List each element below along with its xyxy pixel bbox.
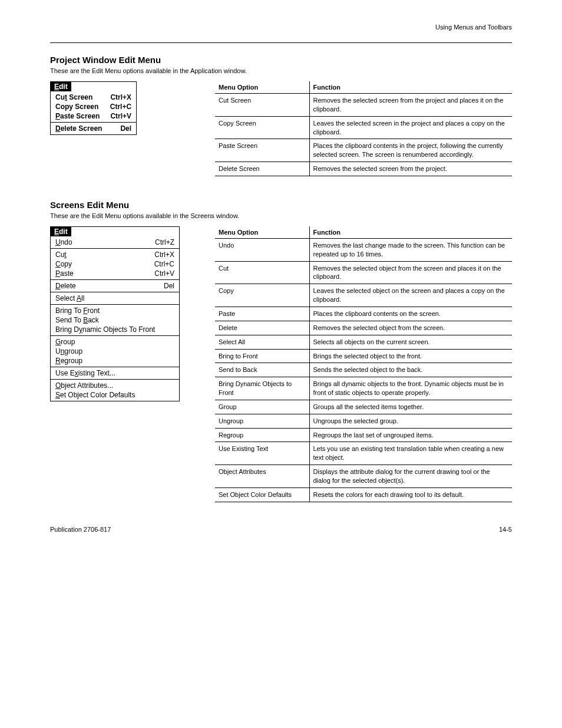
menu-item-label: Regroup [55, 356, 93, 365]
cell-option: Copy [215, 284, 309, 307]
table-row: Use Existing TextLets you use an existin… [215, 442, 512, 465]
menu-item-label: Use Existing Text... [55, 368, 126, 378]
menu-item-shortcut: Del [120, 124, 131, 133]
menu-item-label: Object Attributes... [55, 381, 124, 390]
table-row: CopyLeaves the selected object on the sc… [215, 284, 512, 307]
menu-item-shortcut: Ctrl+V [154, 269, 174, 278]
menu-item-label: Delete [55, 281, 87, 291]
table-row: Cut ScreenRemoves the selected screen fr… [215, 94, 512, 117]
menu-item[interactable]: Cut ScreenCtrl+X [51, 93, 136, 102]
table-row: RegroupRegroups the last set of ungroupe… [215, 428, 512, 442]
cell-function: Removes the selected screen from the pro… [309, 94, 512, 117]
cell-function: Leaves the selected screen in the projec… [309, 116, 512, 139]
menu-item[interactable]: Regroup [51, 356, 179, 365]
cell-function: Brings the selected object to the front. [309, 349, 512, 363]
menu-item[interactable]: UndoCtrl+Z [51, 238, 179, 247]
cell-function: Removes the selected object from the scr… [309, 261, 512, 284]
menu-item[interactable]: Send To Back [51, 315, 179, 325]
footer-right: 14-5 [499, 526, 512, 533]
menu-item-label: Bring To Front [55, 306, 110, 315]
menu-item[interactable]: Bring To Front [51, 306, 179, 315]
menu-separator [51, 122, 136, 123]
menu-separator [51, 292, 179, 292]
menu-separator [51, 367, 179, 367]
cell-function: Places the clipboard contents on the scr… [309, 307, 512, 321]
menu-item-shortcut: Ctrl+V [110, 111, 131, 121]
cell-option: Delete Screen [215, 162, 309, 176]
menu-separator [51, 379, 179, 380]
table-row: Bring to FrontBrings the selected object… [215, 349, 512, 363]
menu-item-shortcut: Del [164, 281, 174, 291]
cell-option: Send to Back [215, 363, 309, 377]
cell-option: Set Object Color Defaults [215, 487, 309, 502]
menu-separator [51, 279, 179, 280]
menu-item[interactable]: Delete ScreenDel [51, 124, 136, 133]
menu-item[interactable]: Object Attributes... [51, 381, 179, 390]
menu-item-label: Group [55, 337, 85, 347]
cell-function: Places the clipboard contents in the pro… [309, 139, 512, 162]
section1-title: Project Window Edit Menu [50, 55, 512, 65]
menu-item-shortcut: Ctrl+C [154, 259, 174, 269]
menu-item[interactable]: Use Existing Text... [51, 368, 179, 378]
table-row: Bring Dynamic Objects to FrontBrings all… [215, 377, 512, 400]
header-rule [50, 42, 512, 43]
menu-item[interactable]: CutCtrl+X [51, 250, 179, 259]
menu-item[interactable]: PasteCtrl+V [51, 269, 179, 278]
section2-title: Screens Edit Menu [50, 200, 512, 210]
col-menu-option: Menu Option [215, 226, 309, 239]
menu-item[interactable]: Paste ScreenCtrl+V [51, 111, 136, 121]
cell-option: Ungroup [215, 414, 309, 428]
cell-option: Paste Screen [215, 139, 309, 162]
cell-function: Lets you use an existing text translatio… [309, 442, 512, 465]
col-function: Function [309, 226, 512, 239]
cell-function: Removes the selected object from the scr… [309, 321, 512, 335]
cell-option: Copy Screen [215, 116, 309, 139]
cell-function: Displays the attribute dialog for the cu… [309, 465, 512, 488]
menu-separator [51, 248, 179, 249]
table-row: UngroupUngroups the selected group. [215, 414, 512, 428]
cell-function: Removes the selected screen from the pro… [309, 162, 512, 176]
cell-function: Sends the selected object to the back. [309, 363, 512, 377]
menu-item-shortcut: Ctrl+C [110, 102, 131, 111]
section2-subtitle: These are the Edit Menu options availabl… [50, 212, 512, 219]
menu-item-label: Copy [55, 259, 82, 269]
table-row: Copy ScreenLeaves the selected screen in… [215, 116, 512, 139]
section2-table: Menu Option Function UndoRemoves the las… [215, 226, 512, 502]
table-row: CutRemoves the selected object from the … [215, 261, 512, 284]
header-right: Using Menus and Toolbars [435, 24, 512, 31]
menu-separator [51, 304, 179, 305]
col-function: Function [309, 81, 512, 94]
menu-item[interactable]: DeleteDel [51, 281, 179, 291]
menu-item-label: Cut Screen [55, 93, 103, 102]
table-row: UndoRemoves the last change made to the … [215, 238, 512, 261]
table-row: DeleteRemoves the selected object from t… [215, 321, 512, 335]
table-row: Paste ScreenPlaces the clipboard content… [215, 139, 512, 162]
menu-item[interactable]: Set Object Color Defaults [51, 390, 179, 400]
cell-option: Delete [215, 321, 309, 335]
menu-title: Edit [51, 82, 71, 91]
cell-function: Leaves the selected object on the screen… [309, 284, 512, 307]
cell-option: Use Existing Text [215, 442, 309, 465]
cell-function: Regroups the last set of ungrouped items… [309, 428, 512, 442]
menu-item[interactable]: CopyCtrl+C [51, 259, 179, 269]
menu-item[interactable]: Select All [51, 294, 179, 303]
menu-separator [51, 335, 179, 336]
menu-item[interactable]: Copy ScreenCtrl+C [51, 102, 136, 111]
footer-left: Publication 2706-817 [50, 526, 111, 533]
menu-item[interactable]: Ungroup [51, 347, 179, 356]
menu-item-label: Select All [55, 294, 95, 303]
cell-option: Cut [215, 261, 309, 284]
menu-item[interactable]: Group [51, 337, 179, 347]
cell-option: Group [215, 400, 309, 414]
project-edit-menu: Edit Cut ScreenCtrl+XCopy ScreenCtrl+CPa… [50, 81, 137, 135]
menu-item-label: Ungroup [55, 347, 93, 356]
menu-item-label: Delete Screen [55, 124, 113, 133]
menu-item-label: Send To Back [55, 315, 110, 325]
table-row: PastePlaces the clipboard contents on th… [215, 307, 512, 321]
menu-item[interactable]: Bring Dynamic Objects To Front [51, 325, 179, 334]
table-row: Select AllSelects all objects on the cur… [215, 335, 512, 349]
menu-item-shortcut: Ctrl+X [154, 250, 174, 259]
cell-function: Resets the colors for each drawing tool … [309, 487, 512, 502]
cell-option: Cut Screen [215, 94, 309, 117]
menu-item-label: Paste Screen [55, 111, 110, 121]
